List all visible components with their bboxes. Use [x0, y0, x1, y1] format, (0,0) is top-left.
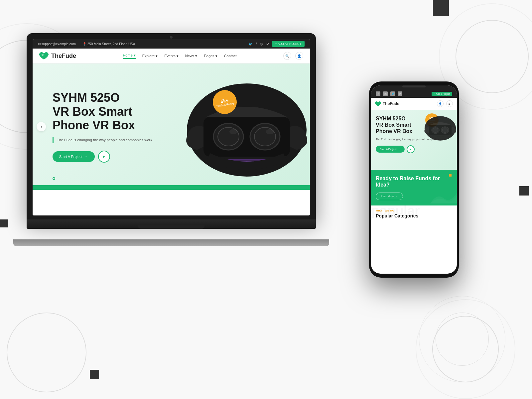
- wave-decoration: [430, 186, 457, 205]
- phone-raise-funds-card: Ready to Raise Funds for Idea? Read More…: [371, 170, 457, 205]
- phone-vr-image: [422, 110, 457, 148]
- bg-circle-bottom-right-2: [416, 299, 515, 399]
- nav-pages[interactable]: Pages ▾: [204, 54, 217, 58]
- nav-contact[interactable]: Contact: [224, 54, 237, 58]
- phone-topbar-social-icons: f ◎ 🐦 in: [376, 91, 402, 96]
- phone-li-icon: in: [398, 91, 402, 96]
- svg-point-15: [442, 128, 448, 133]
- phone-logo-icon: [375, 101, 381, 106]
- phone-screen: f ◎ 🐦 in + Add a Project TheFude 👤 ≡: [371, 85, 457, 274]
- site-logo: TheFude: [39, 52, 76, 60]
- bg-circle-bottom-left: [7, 313, 86, 392]
- laptop-body: ✉ support@example.com 📍 250 Main Street,…: [27, 33, 316, 219]
- logo-text: TheFude: [51, 53, 76, 60]
- phone-arrow-icon: →: [398, 148, 401, 151]
- phone-nav-icons: 👤 ≡: [437, 100, 453, 107]
- topbar-email: ✉ support@example.com: [38, 42, 76, 46]
- site-navbar: TheFude Home ▾ Explore ▾ Events ▾ News ▾…: [33, 49, 310, 64]
- phone-hero: SYHM 525O VR Box Smart Phone VR Box The …: [371, 110, 457, 170]
- read-more-arrow-icon: →: [395, 195, 398, 198]
- start-project-button[interactable]: Start A Project →: [53, 151, 95, 162]
- phone-logo-text: TheFude: [383, 101, 399, 106]
- bg-decoration-rect-2: [0, 219, 8, 227]
- topbar-right: 🐦 f ◎ 𝗣 + ADD A PROJECT: [248, 41, 305, 47]
- nav-links: Home ▾ Explore ▾ Events ▾ News ▾ Pages ▾…: [123, 53, 236, 59]
- laptop-device: ✉ support@example.com 📍 250 Main Street,…: [27, 33, 316, 246]
- hero-buttons: Start A Project → ▶: [53, 151, 153, 163]
- nav-events[interactable]: Events ▾: [164, 54, 179, 58]
- topbar-left: ✉ support@example.com 📍 250 Main Street,…: [38, 42, 135, 46]
- phone-categories-section: popular WHAT WE DO Popular Categories: [371, 205, 457, 222]
- hero-description: The Fude is changing the way people and …: [53, 137, 153, 143]
- hero-content: SYHM 525O VR Box Smart Phone VR Box The …: [53, 91, 153, 163]
- add-project-button[interactable]: + ADD A PROJECT: [272, 41, 305, 47]
- phone-notch: [402, 85, 426, 87]
- phone-body: f ◎ 🐦 in + Add a Project TheFude 👤 ≡: [369, 81, 459, 278]
- svg-point-0: [42, 54, 44, 56]
- site-topbar: ✉ support@example.com 📍 250 Main Street,…: [33, 39, 310, 49]
- hero-title: SYHM 525O VR Box Smart Phone VR Box: [53, 91, 153, 132]
- hero-dot-indicator: [53, 177, 55, 180]
- facebook-icon: f: [256, 42, 257, 46]
- yellow-dot-decor: [449, 174, 452, 177]
- svg-point-13: [433, 128, 438, 133]
- bg-decoration-rect-4: [519, 186, 529, 196]
- laptop-screen: ✉ support@example.com 📍 250 Main Street,…: [33, 39, 310, 215]
- user-icon-btn[interactable]: 👤: [295, 52, 303, 60]
- vr-headset-image: [177, 64, 310, 190]
- nav-home[interactable]: Home ▾: [123, 53, 135, 59]
- popular-bg-text: popular: [371, 204, 420, 217]
- bg-decoration-rect-3: [90, 370, 99, 379]
- phone-device: f ◎ 🐦 in + Add a Project TheFude 👤 ≡: [369, 81, 459, 278]
- phone-navbar: TheFude 👤 ≡: [371, 98, 457, 110]
- bg-circle-bottom-right: [432, 316, 499, 382]
- laptop-stand: [13, 239, 329, 246]
- nav-explore[interactable]: Explore ▾: [142, 54, 158, 58]
- nav-news[interactable]: News ▾: [185, 54, 198, 58]
- bg-decoration-rect-1: [433, 0, 449, 16]
- svg-point-9: [266, 129, 274, 134]
- phone-menu-icon[interactable]: ≡: [446, 100, 453, 107]
- nav-icons: 🔍 👤: [283, 52, 303, 60]
- laptop-base: [27, 219, 316, 229]
- phone-user-icon[interactable]: 👤: [437, 100, 444, 107]
- logo-icon: [39, 52, 49, 60]
- instagram-icon: ◎: [260, 42, 263, 46]
- outer-circle-1: [436, 313, 489, 366]
- pinterest-icon: 𝗣: [266, 42, 269, 46]
- phone-add-project-button[interactable]: + Add a Project: [432, 92, 452, 96]
- outer-circle-2: [419, 296, 505, 382]
- hero-prev-button[interactable]: ‹: [37, 122, 46, 131]
- phone-read-more-button[interactable]: Read More →: [376, 193, 403, 200]
- phone-tw-icon: 🐦: [390, 91, 395, 96]
- phone-play-button[interactable]: ▶: [407, 145, 415, 153]
- phone-fb-icon: f: [376, 91, 380, 96]
- phone-start-project-button[interactable]: Start A Project →: [376, 146, 405, 153]
- twitter-icon: 🐦: [248, 42, 252, 46]
- search-icon-btn[interactable]: 🔍: [283, 52, 291, 60]
- laptop-camera: [170, 36, 173, 39]
- laptop-hinge: [138, 225, 204, 229]
- phone-logo: TheFude: [375, 101, 399, 106]
- phone-ig-icon: ◎: [383, 91, 388, 96]
- topbar-address: 📍 250 Main Street, 2nd Floor, USA: [82, 42, 135, 46]
- arrow-icon: →: [84, 155, 88, 159]
- site-hero: ‹ SYHM 525O VR Box Smart Phone VR Box Th…: [33, 64, 310, 190]
- svg-point-8: [229, 129, 237, 134]
- bg-circle-top-right: [456, 20, 529, 93]
- play-button[interactable]: ▶: [98, 151, 110, 163]
